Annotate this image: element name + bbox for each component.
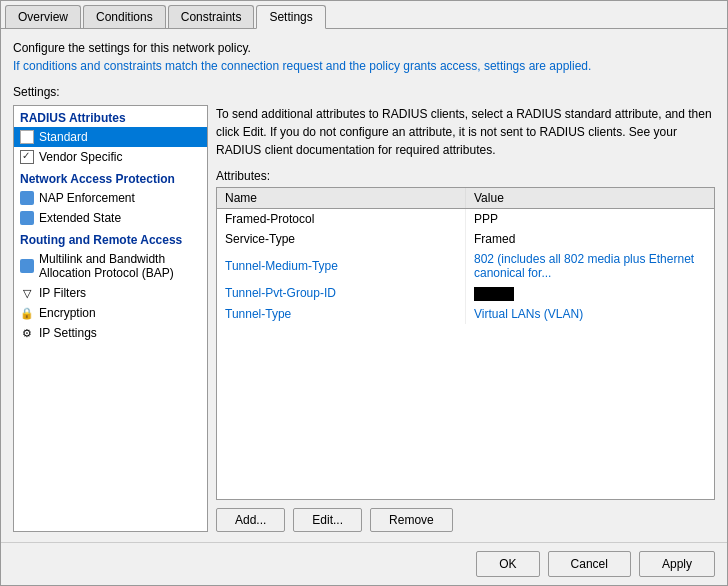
right-panel: To send additional attributes to RADIUS … bbox=[216, 105, 715, 532]
cell-name: Service-Type bbox=[217, 229, 466, 249]
gear-icon: ⚙ bbox=[20, 326, 34, 340]
sidebar-item-standard[interactable]: Standard bbox=[14, 127, 207, 147]
bottom-bar: OK Cancel Apply bbox=[1, 542, 727, 585]
sidebar-item-ip-filters[interactable]: ▽ IP Filters bbox=[14, 283, 207, 303]
check-icon bbox=[20, 150, 34, 164]
content-area: Configure the settings for this network … bbox=[1, 29, 727, 542]
cell-value: 802 (includes all 802 media plus Etherne… bbox=[466, 249, 715, 283]
tab-settings[interactable]: Settings bbox=[256, 5, 325, 29]
col-header-name: Name bbox=[217, 188, 466, 209]
attributes-label: Attributes: bbox=[216, 169, 715, 183]
main-panel: RADIUS Attributes Standard Vendor Specif… bbox=[13, 105, 715, 532]
sidebar-item-nap-enforcement[interactable]: NAP Enforcement bbox=[14, 188, 207, 208]
table-row[interactable]: Framed-Protocol PPP bbox=[217, 209, 714, 230]
cell-value bbox=[466, 283, 715, 304]
right-description: To send additional attributes to RADIUS … bbox=[216, 105, 715, 159]
sidebar-item-extended-state[interactable]: Extended State bbox=[14, 208, 207, 228]
description-line1: Configure the settings for this network … bbox=[13, 39, 715, 57]
sidebar-item-standard-label: Standard bbox=[39, 130, 88, 144]
section-header-radius: RADIUS Attributes bbox=[14, 106, 207, 127]
sidebar-item-ip-settings[interactable]: ⚙ IP Settings bbox=[14, 323, 207, 343]
section-header-routing: Routing and Remote Access bbox=[14, 228, 207, 249]
tab-constraints[interactable]: Constraints bbox=[168, 5, 255, 28]
cancel-button[interactable]: Cancel bbox=[548, 551, 631, 577]
edit-button[interactable]: Edit... bbox=[293, 508, 362, 532]
funnel-icon: ▽ bbox=[20, 286, 34, 300]
cell-value: PPP bbox=[466, 209, 715, 230]
section-header-nap: Network Access Protection bbox=[14, 167, 207, 188]
sidebar-item-multilink[interactable]: Multilink and Bandwidth Allocation Proto… bbox=[14, 249, 207, 283]
nap-enforcement-icon bbox=[20, 191, 34, 205]
sidebar-item-vendor-specific[interactable]: Vendor Specific bbox=[14, 147, 207, 167]
multilink-icon bbox=[20, 259, 34, 273]
dialog-window: Overview Conditions Constraints Settings… bbox=[0, 0, 728, 586]
tab-bar: Overview Conditions Constraints Settings bbox=[1, 1, 727, 29]
tab-overview[interactable]: Overview bbox=[5, 5, 81, 28]
table-row[interactable]: Tunnel-Type Virtual LANs (VLAN) bbox=[217, 304, 714, 324]
ok-button[interactable]: OK bbox=[476, 551, 539, 577]
remove-button[interactable]: Remove bbox=[370, 508, 453, 532]
sidebar-item-extended-label: Extended State bbox=[39, 211, 121, 225]
sidebar-item-nap-label: NAP Enforcement bbox=[39, 191, 135, 205]
table-row[interactable]: Tunnel-Medium-Type 802 (includes all 802… bbox=[217, 249, 714, 283]
left-panel: RADIUS Attributes Standard Vendor Specif… bbox=[13, 105, 208, 532]
cell-name: Framed-Protocol bbox=[217, 209, 466, 230]
sidebar-item-encryption-label: Encryption bbox=[39, 306, 96, 320]
sidebar-item-encryption[interactable]: 🔒 Encryption bbox=[14, 303, 207, 323]
cell-value: Virtual LANs (VLAN) bbox=[466, 304, 715, 324]
sidebar-item-multilink-label: Multilink and Bandwidth Allocation Proto… bbox=[39, 252, 201, 280]
table-row[interactable]: Service-Type Framed bbox=[217, 229, 714, 249]
sidebar-item-vendor-label: Vendor Specific bbox=[39, 150, 122, 164]
sidebar-item-ip-settings-label: IP Settings bbox=[39, 326, 97, 340]
description: Configure the settings for this network … bbox=[13, 39, 715, 75]
settings-label: Settings: bbox=[13, 85, 715, 99]
cell-value: Framed bbox=[466, 229, 715, 249]
add-button[interactable]: Add... bbox=[216, 508, 285, 532]
cell-name: Tunnel-Medium-Type bbox=[217, 249, 466, 283]
attributes-table: Name Value Framed-Protocol PPP Service-T… bbox=[216, 187, 715, 500]
action-buttons: Add... Edit... Remove bbox=[216, 508, 715, 532]
censored-value bbox=[474, 287, 514, 301]
apply-button[interactable]: Apply bbox=[639, 551, 715, 577]
extended-state-icon bbox=[20, 211, 34, 225]
cell-name: Tunnel-Type bbox=[217, 304, 466, 324]
lock-icon: 🔒 bbox=[20, 306, 34, 320]
col-header-value: Value bbox=[466, 188, 715, 209]
description-line2: If conditions and constraints match the … bbox=[13, 57, 715, 75]
tab-conditions[interactable]: Conditions bbox=[83, 5, 166, 28]
cell-name: Tunnel-Pvt-Group-ID bbox=[217, 283, 466, 304]
table-row[interactable]: Tunnel-Pvt-Group-ID bbox=[217, 283, 714, 304]
sidebar-item-ip-filters-label: IP Filters bbox=[39, 286, 86, 300]
